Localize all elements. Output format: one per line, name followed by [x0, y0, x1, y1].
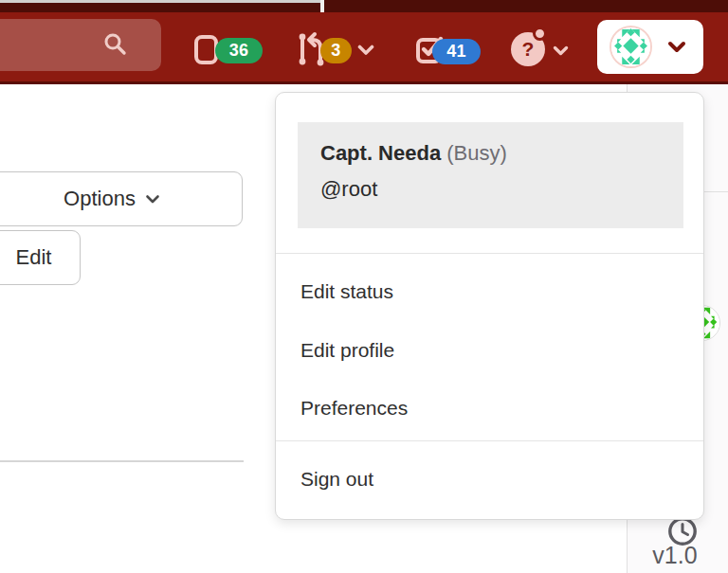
content-divider	[0, 460, 244, 462]
edit-button[interactable]: Edit	[0, 230, 81, 285]
page: 36 3 41 ?	[0, 0, 728, 573]
version-label: v1.0	[628, 542, 722, 569]
merge-requests-counter-button[interactable]: 3	[295, 12, 354, 81]
merge-requests-count-badge: 3	[320, 38, 352, 63]
search-input[interactable]	[0, 19, 161, 71]
question-mark-icon: ?	[522, 38, 535, 61]
top-edge-notch	[320, 0, 324, 12]
todos-count-badge: 41	[432, 39, 481, 64]
user-status-badge: (Busy)	[446, 141, 507, 165]
top-edge-line	[0, 0, 320, 3]
help-chevron-down-icon[interactable]	[553, 45, 569, 56]
menu-item-preferences[interactable]: Preferences	[300, 397, 408, 420]
avatar-chevron-down-icon	[667, 41, 686, 53]
menu-divider	[276, 440, 703, 441]
search-icon	[102, 31, 129, 58]
issues-counter-button[interactable]: 36	[192, 12, 268, 81]
top-navbar: 36 3 41 ?	[0, 12, 728, 84]
user-avatar	[610, 26, 652, 68]
menu-item-edit-profile[interactable]: Edit profile	[300, 339, 394, 362]
menu-divider	[276, 253, 703, 254]
todos-counter-button[interactable]: 41	[415, 12, 482, 81]
merge-requests-chevron-down-icon[interactable]	[357, 45, 374, 56]
menu-item-edit-status[interactable]: Edit status	[300, 280, 393, 303]
options-chevron-down-icon	[145, 194, 160, 205]
help-notification-dot	[533, 27, 547, 41]
window-top-strip	[0, 0, 728, 12]
user-avatar-button[interactable]	[597, 20, 703, 74]
user-display-name: Capt. Needa (Busy)	[320, 141, 507, 166]
user-info-header[interactable]: Capt. Needa (Busy) @root	[298, 122, 683, 228]
user-identicon-icon	[611, 27, 650, 66]
user-username: @root	[320, 177, 377, 202]
edit-button-label: Edit	[16, 245, 52, 270]
menu-item-sign-out[interactable]: Sign out	[300, 468, 373, 491]
user-dropdown-menu: Capt. Needa (Busy) @root Edit status Edi…	[275, 92, 704, 520]
options-button[interactable]: Options	[0, 171, 243, 226]
issues-count-badge: 36	[215, 38, 263, 63]
options-button-label: Options	[64, 187, 136, 211]
